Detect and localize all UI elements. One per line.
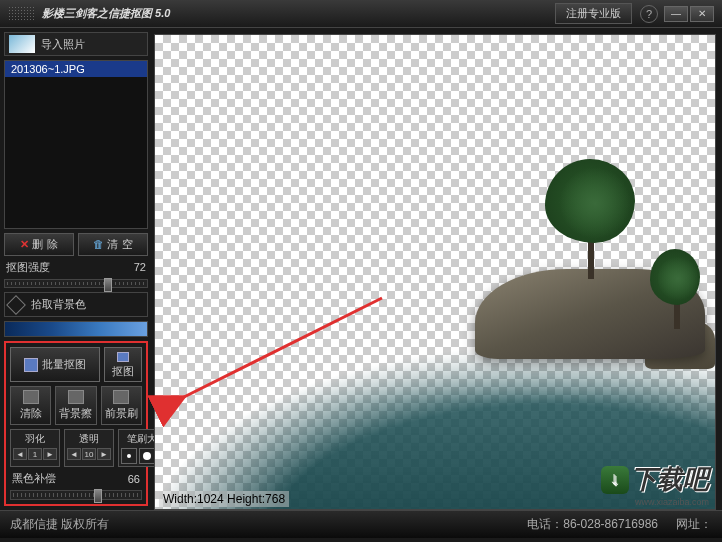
image-tree [545,159,635,279]
intensity-slider[interactable] [4,279,148,289]
clear-icon [23,390,39,404]
highlighted-panel: 批量抠图 抠图 清除 背景擦 前景刷 羽化 ◄ 1 ► [4,341,148,506]
feather-label: 羽化 [25,432,45,446]
brush-small[interactable] [121,448,137,464]
pick-bgcolor-button[interactable]: 拾取背景色 [4,292,148,317]
file-list[interactable]: 201306~1.JPG [4,60,148,229]
delete-button[interactable]: ✕删 除 [4,233,74,256]
fg-brush-button[interactable]: 前景刷 [101,386,142,425]
single-matting-button[interactable]: 抠图 [104,347,142,382]
clear-button[interactable]: 🗑清 空 [78,233,148,256]
feather-down[interactable]: ◄ [13,448,27,460]
feather-up[interactable]: ► [43,448,57,460]
watermark-url: www.xiazaiba.com [635,497,709,507]
intensity-label: 抠图强度 [6,260,50,275]
eyedropper-icon [6,295,26,315]
footer-web-label: 网址： [676,516,712,533]
x-icon: ✕ [20,238,29,251]
import-label: 导入照片 [41,37,85,52]
footer-copyright: 成都信捷 版权所有 [10,516,109,533]
image-tree [650,249,700,329]
bgcolor-preview [4,321,148,337]
fg-brush-icon [113,390,129,404]
matting-icon [117,352,129,362]
black-comp-value: 66 [128,473,140,485]
app-title: 影楼三剑客之信捷抠图 5.0 [42,6,555,21]
close-button[interactable]: ✕ [690,6,714,22]
import-photo-button[interactable]: 导入照片 [4,32,148,56]
intensity-value: 72 [134,261,146,273]
trash-icon: 🗑 [93,238,104,250]
download-icon: ↓ [601,466,629,494]
help-icon[interactable]: ? [640,5,658,23]
batch-matting-button[interactable]: 批量抠图 [10,347,100,382]
dimensions-label: Width:1024 Height:768 [159,491,289,507]
batch-icon [24,358,38,372]
feather-value: 1 [28,448,42,460]
opacity-label: 透明 [79,432,99,446]
import-icon [9,35,35,53]
clear-tool-button[interactable]: 清除 [10,386,51,425]
footer-phone: 电话：86-028-86716986 [527,516,658,533]
opacity-value: 10 [82,448,96,460]
bg-eraser-button[interactable]: 背景擦 [55,386,96,425]
opacity-up[interactable]: ► [97,448,111,460]
watermark: ↓ 下载吧 [601,462,709,497]
opacity-down[interactable]: ◄ [67,448,81,460]
minimize-button[interactable]: — [664,6,688,22]
app-logo-grid [8,6,36,22]
black-comp-label: 黑色补偿 [12,471,56,486]
bg-eraser-icon [68,390,84,404]
register-button[interactable]: 注册专业版 [555,3,632,24]
black-comp-slider[interactable] [10,490,142,500]
canvas[interactable]: Width:1024 Height:768 ↓ 下载吧 www.xiazaiba… [154,34,716,510]
file-item[interactable]: 201306~1.JPG [5,61,147,77]
